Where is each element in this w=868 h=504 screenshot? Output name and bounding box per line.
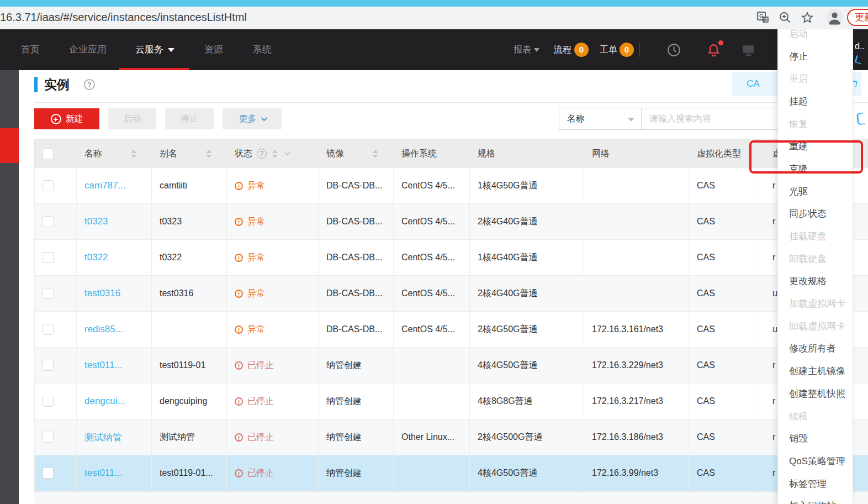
row-checkbox[interactable] (43, 432, 54, 443)
sort-icon[interactable] (206, 150, 211, 158)
table-row[interactable]: dengcui...dengcuiping!已停止纳管创建4核8G8G普通172… (34, 384, 868, 419)
menu-item-cdrom[interactable]: 光驱 (778, 180, 853, 203)
instance-name-link[interactable]: dengcui... (84, 396, 125, 407)
cell-name: redis85... (77, 312, 152, 347)
row-checkbox[interactable] (43, 216, 54, 227)
cell-spec: 1核4G40G普通 (470, 240, 584, 275)
status-badge: !已停止 (235, 432, 274, 443)
instance-name-link[interactable]: cam787... (84, 180, 126, 191)
browser-url-bar[interactable]: 16.3.71/iaas/#/service/instances/instanc… (0, 7, 868, 29)
history-clock-icon[interactable] (667, 43, 681, 57)
console-monitor-icon[interactable] (741, 43, 756, 57)
cell-virt-type: CAS (689, 312, 755, 347)
cell-os: CentOS 4/5... (394, 276, 470, 311)
create-button-label: 新建 (66, 113, 83, 125)
sort-icon[interactable] (131, 150, 136, 158)
row-checkbox[interactable] (43, 252, 54, 263)
filter-chevron-icon[interactable] (285, 150, 290, 156)
table-row[interactable]: test011...test0119-01!已停止纳管创建4核4G50G普通17… (34, 348, 868, 384)
row-checkbox[interactable] (43, 288, 54, 299)
cell-name: dengcui... (77, 384, 152, 419)
table-row[interactable]: t0322t0322!异常DB-CAS-DB...CentOS 4/5...1核… (34, 240, 868, 276)
sort-icon[interactable] (272, 150, 278, 158)
search-field-select[interactable]: 名称 (559, 108, 642, 130)
cell-image: 纳管创建 (319, 348, 394, 383)
nav-item-cloud-services[interactable]: 云服务 (135, 29, 174, 70)
zoom-icon[interactable] (779, 11, 792, 24)
cell-os (394, 455, 470, 491)
browser-profile-avatar[interactable] (826, 9, 843, 26)
menu-item-change-owner[interactable]: 修改所有者 (778, 338, 853, 360)
table-row[interactable]: redis85...!异常DB-CAS-DB...CentOS 4/5...2核… (34, 312, 868, 348)
cell-status: !已停止 (227, 455, 319, 491)
nav-item-system[interactable]: 系统 (253, 29, 272, 70)
translate-icon[interactable]: G 文 (756, 11, 770, 24)
table-body: cam787...camtiiti!异常DB-CAS-DB...CentOS 4… (34, 168, 868, 491)
table-row[interactable]: cam787...camtiiti!异常DB-CAS-DB...CentOS 4… (34, 168, 868, 204)
menu-item-destroy[interactable]: 销毁 (778, 427, 853, 450)
row-checkbox[interactable] (43, 324, 54, 335)
nav-ticket[interactable]: 工单 (600, 29, 617, 70)
select-all-checkbox[interactable] (43, 148, 54, 159)
sort-icon[interactable] (373, 150, 378, 158)
browser-update-button[interactable]: 更新 (847, 9, 868, 26)
nav-report[interactable]: 报表 (514, 29, 539, 70)
url-text[interactable]: 16.3.71/iaas/#/service/instances/instanc… (0, 11, 247, 24)
notification-bell-icon[interactable] (707, 43, 721, 57)
cell-alias: test0316 (152, 276, 227, 311)
menu-item-stop[interactable]: 停止 (778, 45, 853, 68)
menu-item-create-snapshot[interactable]: 创建整机快照 (778, 382, 853, 405)
more-button[interactable]: 更多 (223, 108, 282, 129)
cell-name: 测试纳管 (77, 419, 152, 455)
row-checkbox[interactable] (43, 468, 54, 479)
instance-name-link[interactable]: test0316 (84, 288, 120, 299)
column-help-icon[interactable]: ? (257, 149, 267, 159)
instance-name-link[interactable]: test011... (84, 360, 123, 371)
menu-item-create-image[interactable]: 创建主机镜像 (778, 360, 853, 382)
instance-name-link[interactable]: t0323 (84, 216, 108, 227)
bookmark-star-icon[interactable] (801, 11, 814, 24)
table-row[interactable]: test0316test0316!异常DB-CAS-DB...CentOS 4/… (34, 276, 868, 312)
table-row[interactable]: test011...test0119-01...!已停止纳管创建4核4G50G普… (34, 455, 868, 491)
cell-network: 172.16.3.161/net3 (584, 312, 689, 347)
row-checkbox[interactable] (43, 360, 54, 371)
table-row[interactable]: 测试纳管测试纳管!已停止纳管创建Other Linux...2核4G500G普通… (34, 419, 868, 455)
cell-os: CentOS 4/5... (394, 240, 470, 275)
sort-down-arrow (373, 155, 378, 158)
create-button[interactable]: + 新建 (34, 108, 99, 129)
row-checkbox[interactable] (43, 180, 54, 191)
sort-down-arrow (131, 155, 136, 158)
status-badge: !异常 (235, 324, 265, 335)
instance-name-link[interactable]: redis85... (84, 324, 123, 335)
menu-item-tag-management[interactable]: 标签管理 (778, 473, 853, 495)
notification-dot (718, 40, 723, 45)
user-text-clipped[interactable]: d.. (855, 41, 865, 51)
table-row[interactable]: t0323t0323!异常DB-CAS-DB...CentOS 4/5...2核… (34, 204, 868, 240)
start-button: 启动 (108, 108, 156, 129)
active-nav-underline (119, 68, 189, 70)
nav-item-home[interactable]: 首页 (21, 29, 40, 70)
nav-process[interactable]: 流程 (554, 29, 571, 70)
column-label: 状态 (235, 148, 252, 160)
help-icon[interactable]: ? (84, 79, 95, 90)
cell-name: cam787... (77, 168, 152, 203)
cell-alias: 测试纳管 (152, 419, 227, 455)
left-rail (0, 70, 19, 504)
instance-name-link[interactable]: 测试纳管 (84, 431, 122, 444)
menu-item-sync-status[interactable]: 同步状态 (778, 203, 853, 225)
instance-name-link[interactable]: test011... (84, 468, 123, 479)
menu-item-resize[interactable]: 更改规格 (778, 270, 853, 293)
menu-item-recycle-bin[interactable]: 加入回收站 (778, 495, 853, 504)
menu-item-qos-policy[interactable]: QoS策略管理 (778, 450, 853, 473)
cell-status: !异常 (227, 204, 319, 239)
clipped-blue-glyph (856, 112, 865, 125)
status-badge: !已停止 (235, 360, 274, 371)
nav-item-enterprise-apps[interactable]: 企业应用 (69, 29, 107, 70)
menu-item-suspend[interactable]: 挂起 (778, 90, 853, 113)
stop-button: 停止 (165, 108, 214, 129)
nav-item-resources[interactable]: 资源 (204, 29, 223, 70)
cell-image: DB-CAS-DB... (319, 204, 394, 239)
row-checkbox[interactable] (43, 396, 54, 407)
status-alert-icon: ! (235, 469, 243, 477)
instance-name-link[interactable]: t0322 (84, 252, 108, 263)
